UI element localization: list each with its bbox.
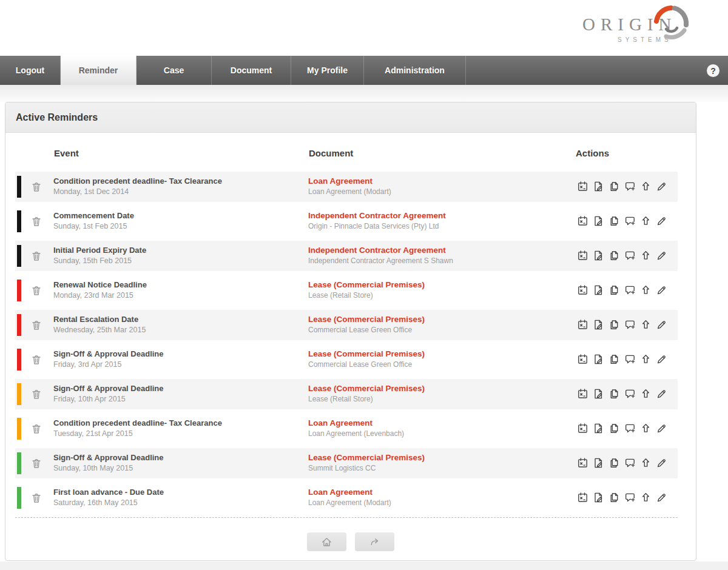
document-link[interactable]: Lease (Commercial Premises)	[308, 452, 425, 463]
copy-icon[interactable]	[608, 387, 624, 401]
pencil-icon[interactable]	[655, 180, 671, 193]
add-comment-icon[interactable]	[624, 249, 639, 263]
upload-icon[interactable]	[639, 249, 655, 263]
calendar-icon[interactable]	[576, 353, 592, 366]
trash-icon[interactable]	[30, 491, 43, 505]
document-edit-icon[interactable]	[592, 353, 608, 366]
upload-icon[interactable]	[639, 353, 655, 366]
document-edit-icon[interactable]	[592, 180, 608, 193]
copy-icon[interactable]	[608, 318, 624, 332]
trash-icon[interactable]	[30, 249, 43, 263]
pencil-icon[interactable]	[655, 284, 671, 297]
pencil-icon[interactable]	[655, 318, 671, 332]
add-comment-icon[interactable]	[624, 180, 639, 193]
add-comment-icon[interactable]	[624, 457, 639, 470]
document-edit-icon[interactable]	[592, 249, 608, 263]
event-title: Sign-Off & Approval Deadline	[53, 452, 164, 463]
pencil-icon[interactable]	[655, 457, 671, 470]
calendar-icon[interactable]	[576, 387, 592, 401]
forward-button[interactable]	[355, 532, 394, 551]
calendar-icon[interactable]	[576, 249, 592, 263]
copy-icon[interactable]	[608, 491, 624, 505]
upload-icon[interactable]	[639, 457, 655, 470]
add-comment-icon[interactable]	[624, 387, 639, 401]
calendar-icon[interactable]	[576, 215, 592, 228]
add-comment-icon[interactable]	[624, 284, 639, 297]
status-color-bar	[17, 314, 21, 336]
tab-document[interactable]: Document	[212, 56, 291, 85]
document-edit-icon[interactable]	[592, 387, 608, 401]
trash-icon[interactable]	[30, 422, 43, 435]
event-date: Sunday, 1st Feb 2015	[53, 221, 134, 232]
upload-icon[interactable]	[639, 180, 655, 193]
status-color-bar	[17, 418, 21, 440]
copy-icon[interactable]	[608, 284, 624, 297]
document-link[interactable]: Lease (Commercial Premises)	[308, 349, 425, 360]
pencil-icon[interactable]	[655, 387, 671, 401]
tab-my-profile[interactable]: My Profile	[291, 56, 364, 85]
tab-logout[interactable]: Logout	[0, 56, 61, 85]
document-link[interactable]: Independent Contractor Agreement	[308, 245, 453, 256]
upload-icon[interactable]	[639, 284, 655, 297]
trash-icon[interactable]	[30, 180, 43, 193]
add-comment-icon[interactable]	[624, 318, 639, 332]
event-date: Friday, 10th Apr 2015	[53, 394, 164, 404]
document-edit-icon[interactable]	[592, 284, 608, 297]
trash-icon[interactable]	[30, 457, 43, 470]
upload-icon[interactable]	[639, 491, 655, 505]
upload-icon[interactable]	[639, 387, 655, 401]
pencil-icon[interactable]	[655, 422, 671, 435]
copy-icon[interactable]	[608, 180, 624, 193]
add-comment-icon[interactable]	[624, 353, 639, 366]
document-subtitle: Commercial Lease Green Office	[308, 360, 425, 370]
help-button[interactable]: ?	[707, 64, 720, 77]
calendar-icon[interactable]	[576, 491, 592, 505]
trash-icon[interactable]	[30, 387, 43, 401]
copy-icon[interactable]	[608, 353, 624, 366]
add-comment-icon[interactable]	[624, 422, 639, 435]
calendar-icon[interactable]	[576, 284, 592, 297]
calendar-icon[interactable]	[576, 422, 592, 435]
tab-case[interactable]: Case	[136, 56, 212, 85]
trash-icon[interactable]	[30, 284, 43, 297]
calendar-icon[interactable]	[576, 180, 592, 193]
upload-icon[interactable]	[639, 318, 655, 332]
tab-administration[interactable]: Administration	[364, 56, 466, 85]
document-edit-icon[interactable]	[592, 491, 608, 505]
add-comment-icon[interactable]	[624, 215, 639, 228]
document-edit-icon[interactable]	[592, 318, 608, 332]
copy-icon[interactable]	[608, 457, 624, 470]
document-edit-icon[interactable]	[592, 422, 608, 435]
calendar-icon[interactable]	[576, 457, 592, 470]
home-button[interactable]	[307, 532, 346, 551]
row-actions	[576, 353, 671, 366]
document-edit-icon[interactable]	[592, 215, 608, 228]
document-link[interactable]: Lease (Commercial Premises)	[308, 383, 425, 394]
pencil-icon[interactable]	[655, 249, 671, 263]
document-link[interactable]: Independent Contractor Agreement	[308, 210, 446, 221]
copy-icon[interactable]	[608, 249, 624, 263]
document-link[interactable]: Lease (Commercial Premises)	[308, 280, 425, 290]
upload-icon[interactable]	[639, 422, 655, 435]
document-cell: Lease (Commercial Premises) Lease (Retai…	[308, 383, 425, 404]
upload-icon[interactable]	[639, 215, 655, 228]
trash-icon[interactable]	[30, 215, 43, 228]
add-comment-icon[interactable]	[624, 491, 639, 505]
trash-icon[interactable]	[30, 353, 43, 366]
document-link[interactable]: Loan Agreement	[308, 487, 391, 498]
row-actions	[576, 318, 671, 332]
pencil-icon[interactable]	[655, 491, 671, 505]
copy-icon[interactable]	[608, 422, 624, 435]
pencil-icon[interactable]	[655, 215, 671, 228]
pencil-icon[interactable]	[655, 353, 671, 366]
document-link[interactable]: Lease (Commercial Premises)	[308, 314, 425, 325]
trash-icon[interactable]	[30, 318, 43, 332]
document-cell: Loan Agreement Loan Agreement (Modart)	[308, 176, 391, 197]
row-actions	[576, 215, 671, 228]
document-edit-icon[interactable]	[592, 457, 608, 470]
document-link[interactable]: Loan Agreement	[308, 176, 391, 187]
copy-icon[interactable]	[608, 215, 624, 228]
tab-reminder[interactable]: Reminder	[61, 56, 136, 85]
calendar-icon[interactable]	[576, 318, 592, 332]
document-link[interactable]: Loan Agreement	[308, 418, 404, 429]
